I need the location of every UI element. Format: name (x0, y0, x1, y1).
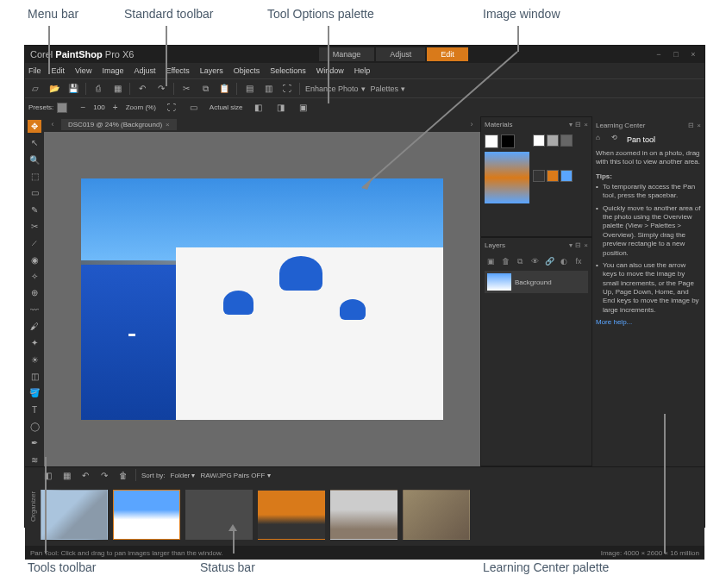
org-view-icon[interactable]: ▦ (59, 468, 73, 482)
redeye-tool-icon[interactable]: ◉ (28, 253, 41, 266)
document-tab[interactable]: DSC019 @ 24% (Background) × (61, 119, 177, 130)
doc-tab-prev[interactable]: ‹ (47, 120, 58, 128)
shape-tool-icon[interactable]: ◯ (28, 420, 41, 433)
rulers-icon[interactable]: ▥ (261, 82, 275, 96)
thumbnail[interactable] (185, 490, 253, 540)
org-rotate-right-icon[interactable]: ↷ (97, 468, 111, 482)
open-icon[interactable]: 📂 (47, 82, 61, 96)
organizer-panel: Organizer ◧ ▦ ↶ ↷ 🗑 Sort by: Folder ▾ RA… (25, 466, 704, 546)
duplicate-layer-icon[interactable]: ⧉ (514, 255, 526, 267)
menu-effects[interactable]: Effects (166, 66, 189, 75)
canvas-image (81, 178, 443, 420)
text-tool-icon[interactable]: T (28, 403, 41, 416)
org-rotate-left-icon[interactable]: ↶ (78, 468, 92, 482)
palette-close-icon[interactable]: × (584, 121, 588, 128)
copy-icon[interactable]: ⧉ (198, 82, 212, 96)
thumbnail[interactable] (258, 490, 325, 540)
label-image-window: Image window (483, 7, 560, 21)
lighten-tool-icon[interactable]: ☀ (28, 353, 41, 366)
org-nav-icon[interactable]: ◧ (41, 468, 54, 482)
thumbnail[interactable] (330, 490, 397, 540)
zoom-tool-icon[interactable]: 🔍 (28, 153, 41, 166)
minimize-button[interactable]: − (653, 49, 665, 59)
pan-tool-icon[interactable]: ✥ (28, 120, 41, 133)
menu-objects[interactable]: Objects (234, 66, 260, 75)
fit-window-icon[interactable]: ⛶ (165, 101, 178, 115)
pointer-tool-icon[interactable]: ↖ (28, 136, 41, 149)
airbrush-tool-icon[interactable]: ✦ (28, 336, 41, 349)
scratch-tool-icon[interactable]: 〰 (28, 303, 41, 316)
oil-tool-icon[interactable]: ≋ (28, 454, 41, 466)
preset-swatch[interactable] (57, 103, 67, 113)
menu-image[interactable]: Image (102, 66, 123, 75)
sortby-value[interactable]: Folder ▾ (171, 472, 196, 479)
menu-window[interactable]: Window (316, 66, 344, 75)
straighten-tool-icon[interactable]: ⟋ (28, 236, 41, 249)
cut-icon[interactable]: ✂ (179, 82, 193, 96)
sample-swatch[interactable] (560, 134, 573, 147)
menu-edit[interactable]: Edit (52, 66, 66, 75)
palette-menu-icon[interactable]: ▾ (569, 121, 573, 128)
selection-tool-icon[interactable]: ▭ (28, 186, 41, 199)
new-layer-icon[interactable]: ▣ (485, 255, 497, 267)
eraser-tool-icon[interactable]: ◫ (28, 370, 41, 383)
opt-icon-2[interactable]: ◨ (274, 101, 288, 115)
crop-tool-icon[interactable]: ✂ (28, 220, 41, 233)
home-icon[interactable]: ⟲ (611, 134, 623, 146)
zoom-in-icon[interactable]: + (109, 101, 122, 115)
palette-close-icon[interactable]: × (584, 241, 588, 249)
menu-selections[interactable]: Selections (270, 66, 306, 75)
paint-tool-icon[interactable]: 🖌 (28, 320, 41, 333)
organizer-label[interactable]: Organizer (25, 467, 37, 546)
palette-autohide-icon[interactable]: ⊟ (575, 121, 581, 128)
opt-icon-3[interactable]: ▣ (297, 101, 310, 115)
rawjpg-toggle[interactable]: RAW/JPG Pairs OFF ▾ (201, 472, 271, 479)
lc-more-help-link[interactable]: More help... (596, 318, 701, 326)
palette-close-icon[interactable]: × (697, 122, 701, 129)
layer-row[interactable]: Background (485, 271, 588, 293)
fx-icon[interactable]: fx (573, 255, 585, 267)
link-icon[interactable]: 🔗 (543, 255, 555, 267)
thumbnail[interactable] (403, 490, 470, 540)
org-delete-icon[interactable]: 🗑 (116, 468, 130, 482)
menu-view[interactable]: View (75, 66, 91, 75)
thumbnail[interactable] (113, 490, 180, 540)
sample-swatch[interactable] (547, 134, 559, 147)
paste-icon[interactable]: 📋 (217, 82, 231, 96)
sample-swatch[interactable] (560, 170, 573, 182)
palette-icon[interactable]: ▤ (242, 82, 256, 96)
eye-icon[interactable]: 👁 (529, 255, 541, 267)
print-icon[interactable]: ⎙ (91, 82, 105, 96)
palette-autohide-icon[interactable]: ⊟ (575, 241, 581, 249)
doc-tab-close-icon[interactable]: × (166, 121, 170, 128)
undo-icon[interactable]: ↶ (135, 82, 149, 96)
pick-tool-icon[interactable]: ⬚ (28, 170, 41, 183)
lc-tool-name: Pan tool (627, 135, 655, 144)
dropper-tool-icon[interactable]: ✎ (28, 203, 41, 216)
opt-icon-1[interactable]: ◧ (252, 101, 266, 115)
delete-layer-icon[interactable]: 🗑 (499, 255, 511, 267)
back-icon[interactable]: ⌂ (596, 134, 608, 146)
fill-tool-icon[interactable]: 🪣 (28, 386, 41, 399)
zoom-out-icon[interactable]: − (76, 101, 90, 115)
menu-file[interactable]: File (28, 66, 41, 75)
actual-size-icon[interactable]: ▭ (187, 101, 201, 115)
sample-swatch[interactable] (547, 170, 559, 182)
save-icon[interactable]: 💾 (66, 82, 80, 96)
pen-tool-icon[interactable]: ✒ (28, 436, 41, 449)
mask-icon[interactable]: ◐ (558, 255, 570, 267)
menu-adjust[interactable]: Adjust (134, 66, 155, 75)
sample-swatch[interactable] (533, 170, 545, 182)
resize-icon[interactable]: ⛶ (280, 82, 294, 96)
thumbnail[interactable] (41, 490, 108, 540)
close-button[interactable]: × (687, 49, 699, 59)
twain-icon[interactable]: ▦ (110, 82, 124, 96)
clone-tool-icon[interactable]: ⊕ (28, 286, 41, 299)
palette-autohide-icon[interactable]: ⊟ (688, 122, 694, 129)
sample-swatch[interactable] (533, 134, 545, 147)
menu-layers[interactable]: Layers (200, 66, 223, 75)
palette-menu-icon[interactable]: ▾ (569, 241, 573, 249)
makeover-tool-icon[interactable]: ✧ (28, 270, 41, 283)
new-icon[interactable]: ▱ (28, 82, 42, 96)
maximize-button[interactable]: □ (670, 49, 682, 59)
